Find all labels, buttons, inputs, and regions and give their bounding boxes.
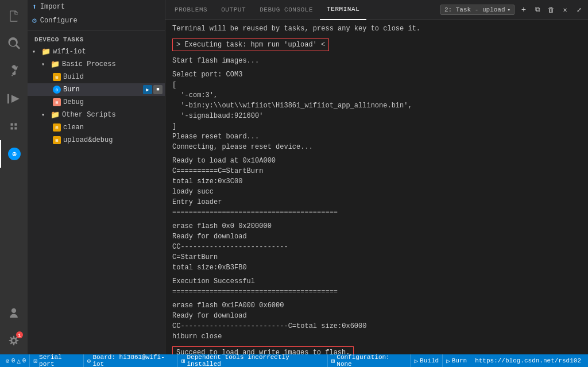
activity-icon-extensions[interactable] [0, 113, 28, 140]
clean-label: clean [63, 123, 84, 132]
status-burn[interactable]: ▷ Burn [442, 354, 470, 367]
term-line-bracket-open: [ [172, 80, 581, 90]
terminal-selector-label: 2: Task - upload [444, 6, 505, 13]
config-icon: ⊞ [331, 357, 335, 365]
sidebar-item-other-scripts[interactable]: ▾ 📁 Other Scripts [28, 109, 165, 121]
term-line-reset: Please reset board... [172, 132, 581, 142]
tab-output[interactable]: OUTPUT [214, 0, 253, 20]
term-line-exec-succ: Execution Successful [172, 276, 581, 287]
build-label: Build [63, 73, 84, 81]
sidebar-item-basic-process[interactable]: ▾ 📁 Basic Process [28, 58, 165, 71]
term-line-ready-dl2: Ready for download [172, 311, 581, 321]
term-line-com3: '-com:3', [172, 90, 581, 101]
activity-icon-explorer[interactable] [0, 2, 28, 30]
activity-icon-settings[interactable]: 1 [0, 327, 28, 354]
config-label: Configuration: None [336, 354, 407, 367]
status-bar: ⊘ 0 △ 0 ⊡ Serial port ⊙ Board: hi3861@wi… [0, 354, 588, 367]
activity-icon-git[interactable] [0, 57, 28, 85]
term-line-baud: '-signalbaud:921600' [172, 111, 581, 121]
stop-task-button[interactable]: ■ [153, 85, 163, 94]
task-debug-icon: ⊞ [53, 98, 61, 106]
task-clean-icon: ⊞ [53, 123, 61, 132]
errors-count: 0 [11, 357, 16, 364]
folder-icon-3: 📁 [51, 110, 60, 119]
debug-label: Debug [63, 98, 84, 106]
status-errors-warnings[interactable]: ⊘ 0 △ 0 [2, 354, 29, 367]
run-task-button[interactable]: ▶ [143, 85, 152, 94]
sidebar-import-label: Import [40, 3, 65, 11]
term-line-sep1: ======================================== [172, 207, 581, 218]
maximize-panel-button[interactable]: ⤢ [572, 3, 586, 17]
basic-process-label: Basic Process [62, 60, 116, 68]
sidebar-item-debug[interactable]: ⊞ Debug [28, 96, 165, 109]
activity-icon-account[interactable] [0, 299, 28, 327]
sidebar-item-configure[interactable]: ⚙ Configure [28, 14, 165, 28]
other-scripts-label: Other Scripts [62, 111, 116, 119]
term-line-hiburn: hiburn close [172, 331, 581, 342]
activity-icon-deveco[interactable]: ⊕ [0, 140, 28, 168]
tab-problems[interactable]: PROBLEMS [168, 0, 214, 20]
deveco-tasks-header: DEVECO TASKS [28, 33, 165, 45]
folder-icon: 📁 [41, 47, 51, 56]
term-line-blank-1 [172, 34, 581, 37]
add-terminal-button[interactable]: + [517, 3, 531, 17]
term-line-select-port: Select port: COM3 [172, 69, 581, 80]
status-build[interactable]: ▷ Build [410, 354, 442, 367]
blog-link-text: https://blog.csdn.net/rsd102 [475, 357, 581, 364]
term-line-total2: total size:0xB3FB0 [172, 262, 581, 273]
term-line-connecting: Connecting, please reset device... [172, 142, 581, 152]
warnings-count: 0 [22, 357, 26, 364]
status-configuration[interactable]: ⊞ Configuration: None [327, 354, 411, 367]
chevron-down-icon-terminal: ▾ [508, 7, 510, 13]
term-line-cstart: C==========C=StartBurn [172, 166, 581, 176]
folder-icon-2: 📁 [51, 60, 60, 69]
term-line-cc2: CC--------------------------C=total size… [172, 321, 581, 331]
app-container: ⊕ 1 ⬆ Import ⚙ Configure [0, 0, 588, 367]
burn-status-label: Burn [452, 357, 467, 364]
sidebar-item-upload-debug[interactable]: ⊞ upload&debug [28, 134, 165, 146]
build-status-icon: ▷ [414, 357, 418, 365]
build-status-label: Build [420, 357, 439, 364]
wifi-iot-label: wifi-iot [53, 48, 86, 56]
chevron-down-icon-3: ▾ [41, 111, 51, 118]
term-line-erase1: erase flash 0x0 0x200000 [172, 221, 581, 231]
terminal-content[interactable]: Terminal will be reused by tasks, press … [165, 20, 588, 354]
activity-bar: ⊕ 1 [0, 0, 28, 354]
activity-icon-run[interactable] [0, 85, 28, 113]
term-line-bin: '-bin:y:\\out\\wifiiot\Hi3861_wifiiot_ap… [172, 101, 581, 111]
terminal-selector[interactable]: 2: Task - upload ▾ [440, 5, 514, 15]
tab-debug-console[interactable]: DEBUG CONSOLE [253, 0, 320, 20]
activity-icon-search[interactable] [0, 30, 28, 57]
status-serial-port[interactable]: ⊡ Serial port [29, 354, 83, 367]
sidebar-configure-label: Configure [40, 17, 78, 25]
burn-label: Burn [63, 86, 143, 94]
content-area: PROBLEMS OUTPUT DEBUG CONSOLE TERMINAL 2… [165, 0, 588, 354]
sidebar-item-burn[interactable]: ⊙ Burn ▶ ■ [28, 83, 165, 96]
task-upload-debug-icon: ⊞ [53, 136, 61, 144]
term-line-erase2: erase flash 0x1FA000 0x6000 [172, 300, 581, 311]
status-link[interactable]: https://blog.csdn.net/rsd102 [470, 354, 586, 367]
status-board[interactable]: ⊙ Board: hi3861@wifi-iot [83, 354, 177, 367]
status-dependent-tools[interactable]: ⊞ Dependent tools incorrectly installed [177, 354, 327, 367]
board-label: Board: hi3861@wifi-iot [92, 354, 174, 367]
kill-terminal-button[interactable]: 🗑 [544, 3, 558, 17]
upload-debug-label: upload&debug [63, 136, 113, 144]
term-line-cc1: CC-------------------------- [172, 242, 581, 252]
split-terminal-button[interactable]: ⧉ [531, 3, 544, 17]
term-line-reuse-1: Terminal will be reused by tasks, press … [172, 24, 581, 34]
chevron-down-icon-2: ▾ [41, 61, 51, 68]
chevron-down-icon: ▾ [32, 48, 41, 55]
panel-tabs: PROBLEMS OUTPUT DEBUG CONSOLE TERMINAL 2… [165, 0, 588, 20]
burn-status-icon: ▷ [446, 357, 450, 365]
error-icon: ⊘ [6, 357, 10, 365]
sidebar-item-wifi-iot[interactable]: ▾ 📁 wifi-iot [28, 45, 165, 58]
tab-terminal[interactable]: TERMINAL [320, 0, 366, 20]
term-line-total1: total size:0x3C00 [172, 176, 581, 187]
close-panel-button[interactable]: ✕ [558, 3, 572, 17]
serial-port-icon: ⊡ [33, 357, 37, 365]
term-line-succeed: Succeed to load and write images to flas… [172, 346, 581, 354]
term-line-loady: loady succ [172, 187, 581, 197]
sidebar-item-clean[interactable]: ⊞ clean [28, 121, 165, 134]
sidebar-item-import[interactable]: ⬆ Import [28, 0, 165, 14]
sidebar-item-build[interactable]: ⊞ Build [28, 71, 165, 83]
